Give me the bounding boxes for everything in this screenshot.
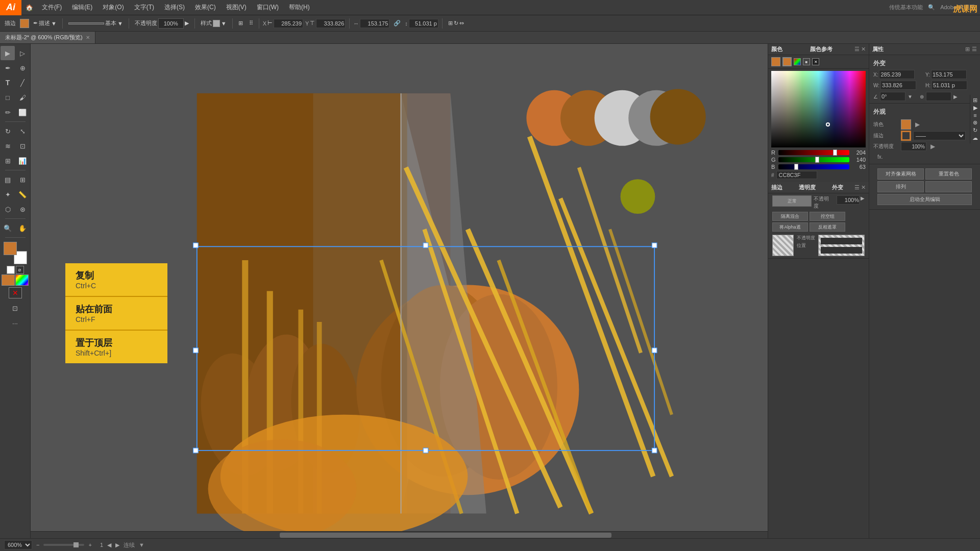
swatches-mode-icon[interactable]: ■ <box>803 58 810 65</box>
slider-g[interactable] <box>778 157 849 162</box>
home-button[interactable]: 🏠 <box>21 0 37 15</box>
symbol-tool[interactable]: ⊛ <box>15 202 30 216</box>
layer-icon[interactable]: ⊞ <box>973 97 977 104</box>
line-tool[interactable]: ╱ <box>15 76 30 90</box>
fill-swatch[interactable] <box>20 19 29 28</box>
trans-type-normal[interactable]: 正常 <box>772 195 812 207</box>
stroke-swatch-ap[interactable] <box>901 131 911 141</box>
slider-g-thumb[interactable] <box>815 157 819 163</box>
tab-close-btn[interactable]: ✕ <box>86 35 90 40</box>
h-scroll-thumb[interactable] <box>280 533 611 538</box>
reset-color-btn[interactable]: 重置着色 <box>925 168 972 180</box>
swap-colors-btn[interactable] <box>7 266 15 274</box>
eyedropper-tool[interactable]: ✦ <box>1 187 15 202</box>
grid-icon-btn[interactable]: ⠿ <box>247 19 255 28</box>
menu-window[interactable]: 窗口(W) <box>252 0 284 15</box>
opacity-expand-icon[interactable]: ▶ <box>185 20 189 27</box>
slider-b[interactable] <box>778 164 849 169</box>
align-icon[interactable]: ⊞ <box>448 20 453 27</box>
opacity-input[interactable] <box>158 18 184 29</box>
slider-r[interactable] <box>778 150 849 155</box>
draw-mode-dropdown-icon[interactable]: ▼ <box>51 20 57 27</box>
menu-effect[interactable]: 效果(C) <box>190 0 221 15</box>
slider-r-thumb[interactable] <box>833 149 837 156</box>
shapebuilder-tool[interactable]: ⊞ <box>1 154 15 168</box>
artboard-tool[interactable]: ⊡ <box>8 301 22 315</box>
paste-front-menu-item[interactable]: 贴在前面 Ctrl+F <box>65 297 167 331</box>
h-value[interactable]: 51.031 p <box>409 19 438 28</box>
chart-icon-btn[interactable]: ⊞ <box>236 19 245 28</box>
color-spectrum[interactable] <box>771 71 866 147</box>
color-panel-close-icon[interactable]: ✕ <box>861 46 866 53</box>
type-tool[interactable]: T <box>1 76 15 90</box>
opacity-expand-icon-ap[interactable]: ▶ <box>928 142 937 151</box>
menu-file[interactable]: 文件(F) <box>37 0 67 15</box>
horizontal-scrollbar[interactable] <box>31 531 861 538</box>
none-mode-icon[interactable]: ✕ <box>812 58 819 65</box>
bring-top-menu-item[interactable]: 置于顶层 Shift+Ctrl+] <box>65 331 167 363</box>
page-nav-right[interactable]: ▶ <box>115 542 119 548</box>
menu-edit[interactable]: 编辑(E) <box>67 0 97 15</box>
rotate-icon[interactable]: ↻ <box>454 20 458 27</box>
w-value[interactable]: 153.175 <box>360 19 389 28</box>
zoom-out-btn[interactable]: − <box>36 542 39 548</box>
pen-tool[interactable]: ✒ <box>1 61 15 75</box>
opacity-val-ap[interactable] <box>901 142 926 151</box>
shear-more-icon[interactable]: ▶ <box>953 94 958 99</box>
trans-alpha-btn[interactable]: 将Alpha遮 <box>772 222 808 232</box>
color-panel-menu-icon[interactable]: ☰ <box>854 46 860 53</box>
fill-color-swatch[interactable] <box>4 242 17 255</box>
zoom-slider-thumb[interactable] <box>74 542 79 547</box>
page-nav-left[interactable]: ◀ <box>107 542 111 548</box>
shear-input[interactable] <box>926 92 951 101</box>
fill-arrow-icon[interactable]: ▶ <box>913 120 921 129</box>
gradient-mode-btn[interactable] <box>15 274 29 286</box>
status-expand-btn[interactable]: ▼ <box>139 542 144 548</box>
color-mode-btn[interactable] <box>2 274 15 286</box>
more-tools-btn[interactable]: ··· <box>8 316 22 330</box>
rotate-tool[interactable]: ↻ <box>1 124 15 138</box>
spectrum-mode-icon[interactable] <box>794 58 801 65</box>
zoom-slider-area[interactable] <box>43 544 84 546</box>
stroke-dropdown-icon[interactable]: ▼ <box>117 20 123 27</box>
hex-input[interactable] <box>776 171 817 179</box>
menu-help[interactable]: 帮助(H) <box>284 0 315 15</box>
fill-preview-swatch[interactable] <box>771 57 780 66</box>
fill-swatch-ap[interactable] <box>901 119 911 130</box>
select-tool[interactable]: ▶ <box>1 46 15 60</box>
ty-input[interactable] <box>931 70 967 79</box>
trans-knockout-btn[interactable]: 挖空组 <box>810 212 845 221</box>
menu-select[interactable]: 选择(S) <box>159 0 190 15</box>
menu-type[interactable]: 文字(T) <box>129 0 159 15</box>
style-swatch[interactable] <box>213 20 220 27</box>
x-value[interactable]: 285.239 <box>274 19 303 28</box>
scale-tool[interactable]: ⤡ <box>15 124 30 138</box>
trans-panel-menu-icon[interactable]: ☰ <box>854 184 860 191</box>
document-tab-0[interactable]: 未标题-2* @ 600% (RGB/预览) ✕ <box>0 32 95 43</box>
pathfinder-icon[interactable]: ⊗ <box>973 119 977 126</box>
sort-btn[interactable] <box>925 181 972 192</box>
direct-select-tool[interactable]: ▷ <box>15 46 30 60</box>
mesh-tool[interactable]: ⊞ <box>15 172 30 187</box>
trans-invert-btn[interactable]: 反相遮罩 <box>810 222 845 232</box>
gradient-tool[interactable]: ▤ <box>1 172 15 187</box>
props-grid-icon[interactable]: ⊞ <box>965 46 970 53</box>
hand-tool[interactable]: ✋ <box>15 221 30 235</box>
angle-dropdown-icon[interactable]: ▼ <box>908 94 913 99</box>
align-icon-strip[interactable]: ≡ <box>973 112 976 118</box>
menu-view[interactable]: 视图(V) <box>221 0 252 15</box>
eraser-tool[interactable]: ⬜ <box>15 105 30 119</box>
draw-mode-btn[interactable]: ✒ 描述 ▼ <box>31 18 59 28</box>
trans-isolate-btn[interactable]: 隔离混合 <box>772 212 808 221</box>
blend-tool[interactable]: ⬡ <box>1 202 15 216</box>
measure-tool[interactable]: 📏 <box>15 187 30 202</box>
link-icon[interactable]: 🔗 <box>391 19 403 28</box>
paintbrush-tool[interactable]: 🖌 <box>15 90 30 105</box>
cc-libs-icon[interactable]: ☁ <box>972 135 978 141</box>
anchor-tool[interactable]: ⊕ <box>15 61 30 75</box>
menu-object[interactable]: 对象(O) <box>97 0 129 15</box>
move-path-btn[interactable]: 对齐像素网格 <box>877 168 924 180</box>
zoom-in-btn[interactable]: + <box>88 542 91 548</box>
graph-tool[interactable]: 📊 <box>15 154 30 168</box>
zoom-select[interactable]: 600% <box>4 540 32 549</box>
